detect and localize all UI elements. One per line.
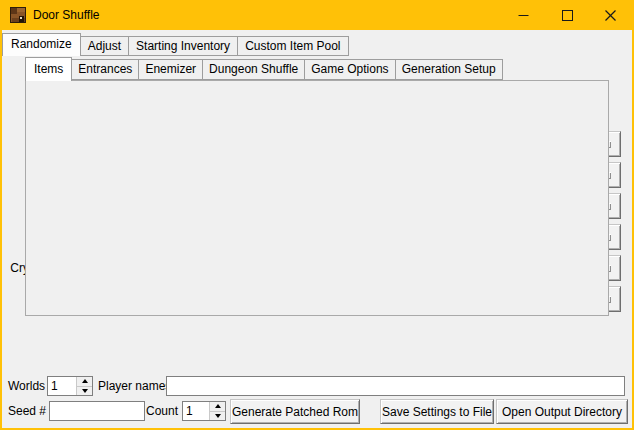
tab-entrances[interactable]: Entrances xyxy=(71,59,139,80)
tab-randomize[interactable]: Randomize xyxy=(2,33,81,56)
player-names-input[interactable] xyxy=(166,376,625,396)
close-icon xyxy=(605,10,616,21)
door-shuffle-window: Door Shuffle Randomize Adjust Starting I… xyxy=(0,0,634,430)
worlds-spin-up-button[interactable] xyxy=(77,377,92,386)
tab-generation-setup[interactable]: Generation Setup xyxy=(395,59,503,80)
app-icon xyxy=(10,7,26,23)
title-bar: Door Shuffle xyxy=(0,0,634,30)
worlds-spinner xyxy=(47,376,93,396)
minimize-button[interactable] xyxy=(501,0,545,30)
open-output-directory-button[interactable]: Open Output Directory xyxy=(496,399,628,424)
count-input[interactable] xyxy=(183,402,209,420)
tab-adjust[interactable]: Adjust xyxy=(80,36,129,56)
seed-label: Seed # xyxy=(8,401,46,421)
spin-up-icon xyxy=(82,379,88,383)
count-spin-down-button[interactable] xyxy=(210,411,225,421)
spin-down-icon xyxy=(215,414,221,418)
tab-dungeon-shuffle[interactable]: Dungeon Shuffle xyxy=(202,59,305,80)
worlds-label: Worlds xyxy=(8,376,45,396)
tab-items[interactable]: Items xyxy=(25,57,72,81)
minimize-icon xyxy=(518,10,529,21)
tab-custom-item-pool[interactable]: Custom Item Pool xyxy=(237,36,348,56)
seed-input[interactable] xyxy=(49,401,145,421)
close-button[interactable] xyxy=(588,0,632,30)
save-settings-button[interactable]: Save Settings to File xyxy=(380,399,494,424)
count-spin-up-button[interactable] xyxy=(210,402,225,411)
tab-starting-inventory[interactable]: Starting Inventory xyxy=(128,36,238,56)
spin-down-icon xyxy=(82,389,88,393)
player-names-label: Player names xyxy=(98,376,171,396)
maximize-button[interactable] xyxy=(545,0,589,30)
count-label: Count xyxy=(146,401,178,421)
worlds-spin-down-button[interactable] xyxy=(77,386,92,396)
maximize-icon xyxy=(562,10,573,21)
count-spinner xyxy=(182,401,226,421)
main-tab-bar: Randomize Adjust Starting Inventory Cust… xyxy=(2,33,348,56)
generate-patched-rom-button[interactable]: Generate Patched Rom xyxy=(230,399,360,424)
window-title: Door Shuffle xyxy=(33,0,100,30)
spin-up-icon xyxy=(215,404,221,408)
tab-enemizer[interactable]: Enemizer xyxy=(138,59,203,80)
randomize-tab-bar: Items Entrances Enemizer Dungeon Shuffle… xyxy=(25,57,502,80)
worlds-input[interactable] xyxy=(48,377,76,395)
tab-game-options[interactable]: Game Options xyxy=(304,59,395,80)
items-tab-panel xyxy=(25,80,609,316)
